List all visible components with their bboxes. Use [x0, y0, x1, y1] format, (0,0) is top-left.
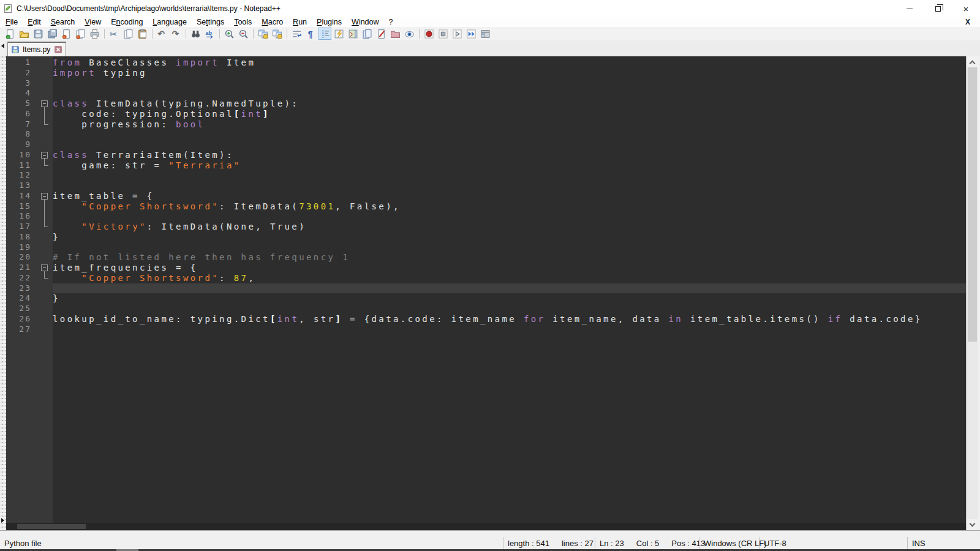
tab-close-icon[interactable]	[55, 46, 62, 53]
code-line[interactable]: 23	[6, 283, 966, 294]
panel-splitter-top[interactable]	[0, 40, 6, 56]
save-file-button[interactable]	[32, 28, 45, 40]
code-text[interactable]: "Victory": ItemData(None, True)	[53, 222, 966, 232]
code-text[interactable]	[53, 324, 966, 335]
find-button[interactable]	[189, 28, 202, 40]
macro-play-button[interactable]	[451, 28, 464, 40]
code-line[interactable]: 17 "Victory": ItemData(None, True)	[6, 222, 966, 232]
code-text[interactable]: # If not listed here then has frequency …	[53, 252, 966, 263]
vertical-scrollbar-thumb[interactable]	[968, 67, 977, 342]
line-number[interactable]: 20	[6, 252, 38, 263]
zoom-in-button[interactable]	[223, 28, 236, 40]
close-file-button[interactable]	[60, 28, 73, 40]
show-all-characters-button[interactable]: ¶	[304, 28, 317, 40]
menu-macro[interactable]: Macro	[257, 17, 288, 27]
line-number[interactable]: 19	[6, 242, 38, 253]
line-number[interactable]: 17	[6, 222, 38, 232]
line-number[interactable]: 7	[6, 119, 38, 130]
line-number[interactable]: 18	[6, 232, 38, 242]
line-number[interactable]: 12	[6, 170, 38, 181]
menu-view[interactable]: View	[80, 17, 106, 27]
menubar-close-button[interactable]: X	[965, 18, 970, 26]
code-text[interactable]	[53, 181, 966, 191]
fold-marker-open[interactable]	[38, 99, 53, 109]
code-line[interactable]: 21item_frequencies = {	[6, 263, 966, 273]
save-all-button[interactable]	[46, 28, 59, 40]
vertical-scrollbar[interactable]	[966, 56, 978, 530]
function-list-button[interactable]	[333, 28, 345, 40]
code-line[interactable]: 5class ItemData(typing.NamedTuple):	[6, 99, 966, 109]
code-line[interactable]: 20# If not listed here then has frequenc…	[6, 252, 966, 263]
line-number[interactable]: 11	[6, 160, 38, 171]
line-number[interactable]: 16	[6, 211, 38, 222]
line-number[interactable]: 21	[6, 263, 38, 273]
code-line[interactable]: 26lookup_id_to_name: typing.Dict[int, st…	[6, 314, 966, 324]
code-line[interactable]: 9	[6, 140, 966, 150]
code-text[interactable]	[53, 170, 966, 181]
line-number[interactable]: 5	[6, 99, 38, 109]
code-text[interactable]: }	[53, 293, 966, 304]
code-text[interactable]: class TerrariaItem(Item):	[53, 150, 966, 160]
code-text[interactable]: }	[53, 232, 966, 242]
show-indent-guide-button[interactable]	[318, 28, 331, 40]
code-text[interactable]	[53, 242, 966, 253]
code-line[interactable]: 2import typing	[6, 68, 966, 78]
code-line[interactable]: 24}	[6, 293, 966, 304]
code-line[interactable]: 1from BaseClasses import Item	[6, 58, 966, 68]
edit-page-button[interactable]	[375, 28, 388, 40]
line-number[interactable]: 22	[6, 273, 38, 283]
menu-edit[interactable]: Edit	[23, 17, 46, 27]
line-number[interactable]: 6	[6, 109, 38, 119]
line-number[interactable]: 26	[6, 314, 38, 324]
close-all-button[interactable]	[74, 28, 87, 40]
code-text[interactable]: lookup_id_to_name: typing.Dict[int, str]…	[53, 314, 966, 324]
status-insert-mode[interactable]: INS	[907, 537, 980, 549]
code-line[interactable]: 8	[6, 129, 966, 140]
replace-button[interactable]: ab	[203, 28, 216, 40]
code-line[interactable]: 25	[6, 304, 966, 314]
code-text[interactable]	[53, 211, 966, 222]
menu-run[interactable]: Run	[288, 17, 312, 27]
code-line[interactable]: 4	[6, 88, 966, 99]
code-text[interactable]: from BaseClasses import Item	[53, 58, 966, 68]
code-text[interactable]: "Copper Shortsword": ItemData(73001, Fal…	[53, 201, 966, 212]
code-line[interactable]: 6 code: typing.Optional[int]	[6, 109, 966, 119]
code-line[interactable]: 12	[6, 170, 966, 181]
line-number[interactable]: 27	[6, 324, 38, 335]
menu-settings[interactable]: Settings	[192, 17, 229, 27]
code-text[interactable]: progression: bool	[53, 119, 966, 130]
line-number[interactable]: 14	[6, 191, 38, 201]
horizontal-scrollbar[interactable]	[6, 523, 966, 530]
sync-scroll-horizontal-button[interactable]	[271, 28, 284, 40]
project-folder-button[interactable]	[389, 28, 402, 40]
code-line[interactable]: 7 progression: bool	[6, 119, 966, 130]
code-line[interactable]: 18}	[6, 232, 966, 242]
zoom-out-button[interactable]	[237, 28, 250, 40]
panel-splitter-grip[interactable]	[0, 56, 6, 530]
code-text[interactable]	[53, 283, 966, 294]
code-line[interactable]: 22 "Copper Shortsword": 87,	[6, 273, 966, 283]
code-line[interactable]: 11 game: str = "Terraria"	[6, 160, 966, 171]
code-text[interactable]	[53, 304, 966, 314]
open-file-button[interactable]	[18, 28, 31, 40]
menu-tools[interactable]: Tools	[229, 17, 257, 27]
code-line[interactable]: 27	[6, 324, 966, 335]
tab-items-py[interactable]: Items.py	[7, 42, 66, 56]
code-line[interactable]: 16	[6, 211, 966, 222]
menu-search[interactable]: Search	[46, 17, 80, 27]
macro-record-button[interactable]	[423, 28, 435, 40]
scrollbar-down-button[interactable]	[967, 519, 978, 530]
monitoring-button[interactable]	[403, 28, 416, 40]
scrollbar-up-button[interactable]	[967, 56, 978, 67]
fold-marker-open[interactable]	[38, 191, 53, 201]
menu-plugins[interactable]: Plugins	[312, 17, 347, 27]
line-number[interactable]: 3	[6, 78, 38, 89]
macro-save-button[interactable]	[479, 28, 492, 40]
fold-marker-open[interactable]	[38, 150, 53, 160]
redo-button[interactable]: ↷	[170, 28, 183, 40]
menu-window[interactable]: Window	[347, 17, 383, 27]
line-number[interactable]: 4	[6, 88, 38, 99]
code-line[interactable]: 13	[6, 181, 966, 191]
sync-scroll-vertical-button[interactable]	[257, 28, 270, 40]
horizontal-scrollbar-thumb[interactable]	[17, 524, 86, 529]
